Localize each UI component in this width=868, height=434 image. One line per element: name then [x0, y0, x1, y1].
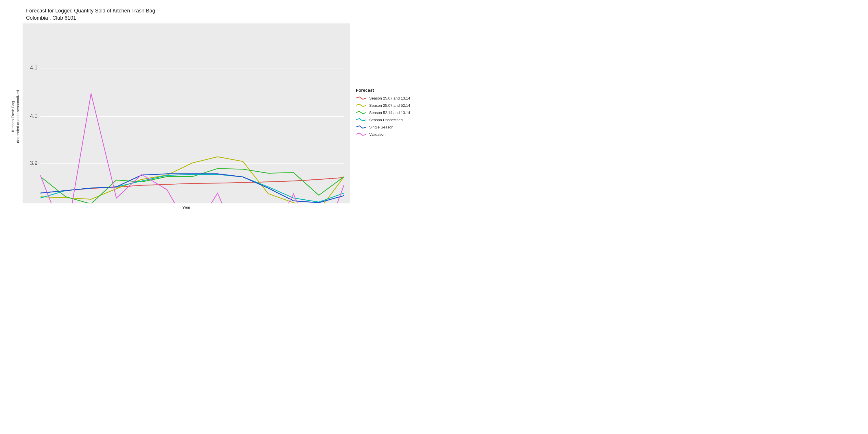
y-axis-label: Kitchen Trash Bagdetrended and de-season…	[9, 24, 23, 210]
legend-item: Season 25.07 and 52.14	[356, 103, 423, 107]
legend-label: Validation	[369, 132, 385, 136]
legend-line-icon	[356, 118, 366, 122]
legend-label: Season 25.07 and 13.14	[369, 96, 410, 100]
chart-container: Forecast for Logged Quantity Sold of Kit…	[3, 4, 431, 213]
legend-item: Season 25.07 and 13.14	[356, 96, 423, 100]
legend-label: Season 25.07 and 52.14	[369, 103, 410, 107]
plot-area: 4.1 4.0 3.9	[23, 24, 350, 204]
legend-label: Season Unspecified	[369, 118, 403, 122]
legend-item: Season Unspecified	[356, 118, 423, 122]
svg-text:4.0: 4.0	[30, 113, 38, 119]
legend-item: Season 52.14 and 13.14	[356, 111, 423, 115]
legend-label: Single Season	[369, 125, 394, 129]
legend-line-icon	[356, 103, 366, 107]
legend-title: Forecast	[356, 88, 423, 93]
chart-title: Forecast for Logged Quantity Sold of Kit…	[9, 7, 425, 22]
svg-text:4.1: 4.1	[30, 64, 38, 71]
legend-panel: Forecast Season 25.07 and 13.14 Season 2…	[350, 24, 425, 204]
legend-label: Season 52.14 and 13.14	[369, 111, 410, 115]
legend-line-icon	[356, 96, 366, 100]
legend-line-icon	[356, 132, 366, 136]
legend-line-icon	[356, 111, 366, 115]
legend-item: Single Season	[356, 125, 423, 129]
svg-text:3.9: 3.9	[30, 160, 38, 166]
legend-line-icon	[356, 125, 366, 129]
legend-item: Validation	[356, 132, 423, 136]
x-axis-label: Year	[23, 204, 425, 210]
